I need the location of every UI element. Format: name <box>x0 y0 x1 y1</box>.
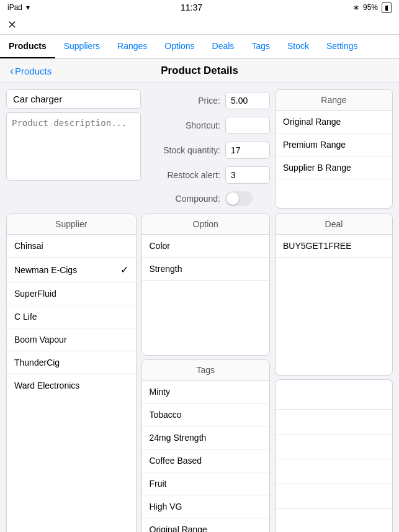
option-empty-space <box>142 281 270 355</box>
range-item-empty <box>276 179 392 198</box>
back-button[interactable]: ‹ Products <box>10 65 52 76</box>
stock-qty-input[interactable] <box>225 142 270 159</box>
time-label: 11:37 <box>181 2 202 12</box>
tab-ranges[interactable]: Ranges <box>109 35 156 58</box>
restock-label: Restock alert: <box>146 170 220 180</box>
supplier-boomvapour[interactable]: Boom Vapour <box>7 328 136 351</box>
stock-qty-label: Stock quantity: <box>146 145 220 155</box>
status-bar: iPad ▾ 11:37 ∗ 95% ▮ <box>0 0 399 15</box>
shortcut-row: Shortcut: <box>146 114 270 137</box>
form-left <box>6 89 141 209</box>
tag-highvg[interactable]: High VG <box>142 495 270 518</box>
price-row: Price: <box>146 89 270 112</box>
tab-options[interactable]: Options <box>156 35 203 58</box>
deal-empty-space <box>276 258 392 332</box>
form-middle: Price: Shortcut: Stock quantity: Restock… <box>146 89 270 209</box>
supplier-ward[interactable]: Ward Electronics <box>7 374 136 397</box>
stock-qty-row: Stock quantity: <box>146 139 270 161</box>
close-button[interactable]: ✕ <box>7 19 17 30</box>
deal-header: Deal <box>276 214 392 235</box>
compound-toggle[interactable] <box>225 191 253 206</box>
grid-three-columns: Supplier Chinsai Newman E-Cigs ✓ SuperFl… <box>6 214 393 532</box>
range-column: Range Original Range Premium Range Suppl… <box>275 89 393 209</box>
option-column: Option Color Strength <box>141 214 271 356</box>
back-label: Products <box>15 66 52 76</box>
chevron-left-icon: ‹ <box>10 65 14 76</box>
supplier-thundercig[interactable]: ThunderCig <box>7 351 136 374</box>
main-content: Price: Shortcut: Stock quantity: Restock… <box>0 83 399 532</box>
check-mark-1: ✓ <box>120 264 128 276</box>
close-row: ✕ <box>0 15 399 35</box>
shortcut-label: Shortcut: <box>146 120 220 130</box>
bluetooth-icon: ∗ <box>353 3 359 12</box>
middle-column: Option Color Strength Tags Minty Tobacco… <box>141 214 271 532</box>
supplier-header: Supplier <box>7 214 136 235</box>
option-header: Option <box>142 214 270 235</box>
compound-label: Compound: <box>146 194 220 204</box>
page-title: Product Details <box>161 65 238 77</box>
supplier-clife[interactable]: C Life <box>7 305 136 328</box>
supplier-column: Supplier Chinsai Newman E-Cigs ✓ SuperFl… <box>6 214 137 532</box>
tab-stock[interactable]: Stock <box>279 35 318 58</box>
range-item-premium[interactable]: Premium Range <box>276 133 392 156</box>
tab-tags[interactable]: Tags <box>243 35 279 58</box>
form-top: Price: Shortcut: Stock quantity: Restock… <box>6 89 393 209</box>
option-strength[interactable]: Strength <box>142 258 270 281</box>
restock-row: Restock alert: <box>146 164 270 186</box>
tab-deals[interactable]: Deals <box>204 35 243 58</box>
deal-buy5get1free[interactable]: BUY5GET1FREE <box>276 235 392 258</box>
supplier-newman[interactable]: Newman E-Cigs ✓ <box>7 258 136 282</box>
battery-icon: ▮ <box>382 2 392 13</box>
tag-24mg[interactable]: 24mg Strength <box>142 426 270 449</box>
tab-products[interactable]: Products <box>0 35 55 58</box>
restock-input[interactable] <box>225 166 270 184</box>
range-item-original[interactable]: Original Range <box>276 110 392 133</box>
status-left: iPad ▾ <box>7 3 30 12</box>
product-name-input[interactable] <box>6 89 141 109</box>
price-label: Price: <box>146 96 220 106</box>
status-right: ∗ 95% ▮ <box>353 2 392 13</box>
option-color[interactable]: Color <box>142 235 270 258</box>
carrier-label: iPad <box>7 3 22 12</box>
price-input[interactable] <box>225 92 270 109</box>
page-header: ‹ Products Product Details <box>0 59 399 83</box>
tab-suppliers[interactable]: Suppliers <box>55 35 109 58</box>
product-description-input[interactable] <box>6 112 141 181</box>
tags-header: Tags <box>142 360 270 381</box>
nav-tabs: Products Suppliers Ranges Options Deals … <box>0 35 399 59</box>
tag-coffee[interactable]: Coffee Based <box>142 449 270 472</box>
range-item-supplierb[interactable]: Supplier B Range <box>276 156 392 179</box>
right-column: Deal BUY5GET1FREE <box>275 214 393 532</box>
shortcut-input[interactable] <box>225 117 270 134</box>
tab-settings[interactable]: Settings <box>318 35 367 58</box>
wifi-icon: ▾ <box>26 3 30 12</box>
tag-fruit[interactable]: Fruit <box>142 472 270 495</box>
tags-column: Tags Minty Tobacco 24mg Strength Coffee … <box>141 359 271 532</box>
compound-row: Compound: <box>146 189 270 209</box>
battery-label: 95% <box>363 3 378 12</box>
deal-column: Deal BUY5GET1FREE <box>275 214 393 376</box>
tag-tobacco[interactable]: Tobacco <box>142 404 270 426</box>
supplier-chinsai[interactable]: Chinsai <box>7 235 136 258</box>
supplier-superfluid[interactable]: SuperFluid <box>7 282 136 305</box>
deal-extra-space <box>275 379 393 532</box>
tag-minty[interactable]: Minty <box>142 381 270 404</box>
range-header: Range <box>276 90 392 110</box>
tag-originalrange[interactable]: Original Range <box>142 518 270 532</box>
